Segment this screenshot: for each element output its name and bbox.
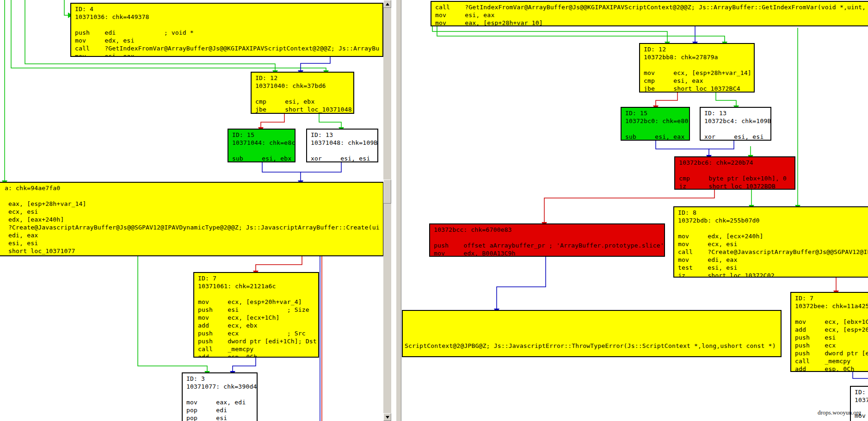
flow-edge-green [437, 26, 725, 42]
block-left-block-a[interactable]: a: chk=94ae7fa0 eax, [esp+28h+var_14] ec… [0, 182, 384, 256]
flow-edge-blue [853, 372, 868, 378]
asm-line: call _memcpy [795, 357, 868, 365]
asm-line: mov esi, eax [75, 52, 382, 57]
asm-line: a: chk=94ae7fa0 [5, 184, 383, 192]
block-right-throw-wide[interactable]: ScriptContext@2@JPBG@Z; Js::JavascriptEr… [402, 310, 782, 357]
asm-line [704, 125, 770, 133]
asm-line: ID: 7 [795, 294, 868, 302]
asm-line: esi, esi [5, 239, 383, 247]
block-right-id7[interactable]: ID: 710372bee: chk=11a425emov ecx, [ebx+… [790, 292, 868, 372]
block-right-id8[interactable]: ID: 810372bdb: chk=255b07d0mov edx, [ecx… [673, 206, 868, 278]
block-left-id12[interactable]: ID: 1210371040: chk=37bd6cmp esi, ebxjbe… [251, 72, 354, 114]
block-right-top[interactable]: call ?GetIndexFromVar@ArrayBuffer@Js@@KG… [431, 1, 868, 26]
asm-line [679, 167, 794, 174]
flow-edge-green [64, 0, 68, 15]
panel-splitter[interactable] [396, 0, 401, 421]
asm-line: push esi [795, 334, 868, 341]
asm-line: push offset aArraybuffer_pr ; 'ArrayBuff… [434, 241, 664, 249]
left-panel-scrollbar[interactable] [383, 0, 391, 421]
block-left-id4[interactable]: ID: 410371036: chk=449378push edi ; void… [70, 3, 383, 57]
asm-line: sub esi, eax [625, 133, 689, 141]
asm-line: ID: 13 [704, 109, 770, 117]
asm-line: 10371061: chk=2121a6c [198, 282, 318, 290]
arrow-up-icon [386, 3, 389, 6]
asm-line: push dword ptr [edi [795, 349, 868, 357]
asm-line: call ?Create@JavascriptArrayBuffer@Js@@S… [678, 248, 868, 256]
asm-line: add ecx, ebx [198, 322, 318, 329]
asm-line: mov edi, eax [678, 256, 868, 264]
asm-line: ID: 12 [644, 45, 754, 53]
asm-line: ScriptContext@2@JPBG@Z; Js::JavascriptEr… [405, 342, 781, 350]
flow-edge-blue [233, 358, 256, 371]
diff-graph-view: drops.wooyun.org ID: 410371036: chk=4493… [0, 0, 868, 421]
asm-line: add ecx, [esp+20h [795, 326, 868, 334]
asm-line: mov ecx, [esp+28h+var_14] [644, 69, 754, 77]
asm-line: 10371044: chk=e8c [232, 139, 295, 147]
asm-line: edi, eax [5, 231, 383, 239]
asm-line: 10372bdb: chk=255b07d0 [678, 217, 868, 224]
asm-line: ID: 3 [186, 375, 257, 383]
asm-line: 10371036: chk=449378 [75, 13, 382, 21]
flow-edge-blue [709, 141, 734, 149]
asm-line: call ?GetIndexFromVar@ArrayBuffer@Js@@KG… [75, 44, 382, 52]
asm-line: cmp esi, ebx [255, 98, 353, 105]
asm-line: push ecx ; Src [198, 329, 318, 337]
flow-edge-blue [262, 162, 301, 181]
asm-line: mov ecx, [ecx+1Ch] [198, 314, 318, 322]
asm-line [311, 147, 377, 155]
asm-line: mov ecx, esi [678, 240, 868, 248]
block-left-id13[interactable]: ID: 1310371048: chk=109Bxor esi, esi [306, 129, 378, 162]
block-right-red1[interactable]: 10372bc6: chk=220b74cmp byte ptr [ebx+10… [674, 156, 795, 190]
arrow-down-icon [386, 416, 389, 419]
block-left-id3[interactable]: ID: 310371077: chk=390d4mov eax, edipop … [182, 372, 258, 421]
block-left-id15[interactable]: ID: 1510371044: chk=e8csub esi, ebx [228, 129, 295, 162]
block-left-id7[interactable]: ID: 710371061: chk=2121a6cmov ecx, [esp+… [193, 272, 319, 358]
asm-line: mov eax, [esp+28h+var_10] [435, 19, 868, 26]
asm-line: short loc_10371077 [5, 247, 383, 255]
asm-line: xor esi, esi [311, 155, 377, 162]
asm-line: ecx, esi [5, 208, 383, 216]
scroll-up-button[interactable] [383, 0, 391, 8]
asm-line: test esi, esi [678, 264, 868, 272]
asm-line: mov edx, [ecx+240h] [678, 232, 868, 240]
asm-line: 10371048: chk=109B [311, 139, 377, 147]
asm-line: pop esi [186, 414, 257, 421]
asm-line: 10372bc0: chk=e80 [625, 117, 689, 125]
flow-edge-red [261, 114, 284, 128]
asm-line: cmp byte ptr [ebx+10h], 0 [679, 174, 794, 182]
flow-edge-red [256, 256, 302, 271]
asm-line: pop edi [186, 406, 257, 414]
asm-line: 10371077: chk=390d4 [186, 383, 257, 390]
asm-line: ?Create@JavascriptArrayBuffer@Js@@SGPAV1… [5, 223, 383, 231]
flow-edge-blue [497, 257, 546, 309]
scroll-down-button[interactable] [383, 413, 391, 421]
asm-line: ID: 15 [232, 131, 295, 139]
asm-line [5, 192, 383, 200]
asm-line: mov eax, edi [186, 398, 257, 406]
asm-line: jbe short loc_10371048 [255, 105, 353, 113]
flow-edge-green [432, 26, 667, 42]
asm-line: ID: 3 [855, 388, 868, 396]
asm-line [434, 234, 664, 241]
asm-line: ID: 4 [75, 5, 382, 13]
asm-line [405, 326, 781, 334]
block-right-id13[interactable]: ID: 1310372bc4: chk=109Bxor esi, esi [700, 107, 771, 141]
scrollbar-thumb[interactable] [383, 180, 391, 204]
flow-edge-green [716, 93, 736, 106]
block-right-id15[interactable]: ID: 1510372bc0: chk=e80sub esi, eax [621, 107, 690, 141]
asm-line: jz short loc_10372C02 [678, 272, 868, 278]
block-right-red2[interactable]: 10372bcc: chk=6700e83push offset aArrayb… [429, 223, 665, 257]
asm-line: sub esi, ebx [232, 155, 295, 162]
asm-line: push dword ptr [edi+1Ch]; Dst [198, 337, 318, 345]
asm-line: 10372c02 [855, 396, 868, 404]
asm-line [795, 310, 868, 318]
flow-edge-blue [656, 141, 709, 155]
asm-line: push esi ; Size [198, 306, 318, 314]
block-right-id12[interactable]: ID: 1210372bb8: chk=27879amov ecx, [esp+… [639, 43, 755, 93]
asm-line [198, 290, 318, 298]
asm-line: 10372bc4: chk=109B [704, 117, 770, 125]
asm-line: ID: 12 [255, 74, 353, 82]
asm-line: call ?GetIndexFromVar@ArrayBuffer@Js@@KG… [435, 3, 868, 11]
asm-line: add esp, 0Ch [795, 365, 868, 372]
asm-line: xor esi, esi [704, 133, 770, 141]
